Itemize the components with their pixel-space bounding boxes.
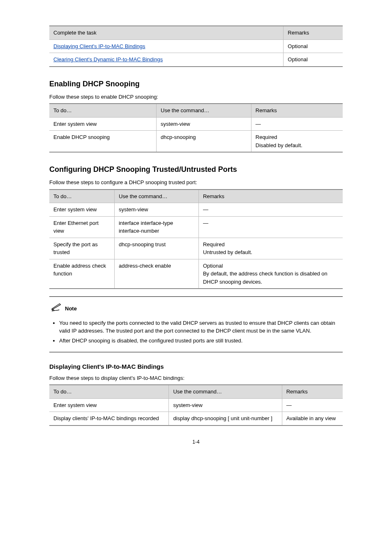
trusted-port-table: To do… Use the command… Remarks Enter sy… [49,189,343,289]
table-row: Enable address check functionaddress-che… [49,259,343,289]
task-remarks-table: Complete the task Remarks Displaying Cli… [49,25,343,67]
col-header: Use the command… [157,104,251,117]
col-header: To do… [49,104,157,117]
table-row: Enter system viewsystem-view— [49,117,343,131]
note-label: Note [65,305,77,313]
heading-trusted-untrusted: Configuring DHCP Snooping Trusted/Untrus… [49,164,343,175]
col-header: To do… [49,385,169,398]
table-row: Displaying Client's IP-to-MAC Bindings O… [49,39,343,53]
table-row: Enter system viewsystem-view— [49,398,343,412]
cell: Optional [284,39,343,53]
table-row: Enter system viewsystem-view— [49,203,343,217]
intro: Follow these steps to enable DHCP snoopi… [49,93,343,101]
table-row: Specify the port as trusteddhcp-snooping… [49,238,343,259]
table-row: Display clients' IP-to-MAC bindings reco… [49,412,343,426]
intro: Follow these steps to configure a DHCP s… [49,178,343,187]
enable-snooping-table: To do… Use the command… Remarks Enter sy… [49,103,343,153]
col-header: Remarks [282,385,343,398]
col-header: Complete the task [49,26,284,39]
note-item: After DHCP snooping is disabled, the con… [59,337,341,345]
col-header: Use the command… [169,385,282,398]
col-header: Remarks [251,104,343,117]
link-display-bindings[interactable]: Displaying Client's IP-to-MAC Bindings [53,43,145,49]
table-row: Clearing Client's Dynamic IP-to-MAC Bind… [49,53,343,67]
table-row: Enter Ethernet port viewinterface interf… [49,216,343,238]
cell: Optional [284,53,343,67]
note-box: Note You need to specify the ports conne… [49,296,343,352]
display-bindings-table: To do… Use the command… Remarks Enter sy… [49,384,343,426]
link-clear-bindings[interactable]: Clearing Client's Dynamic IP-to-MAC Bind… [53,56,163,62]
heading-enable-dhcp-snooping: Enabling DHCP Snooping [49,79,343,90]
table-row: Enable DHCP snoopingdhcp-snoopingRequire… [49,131,343,153]
note-item: You need to specify the ports connected … [59,319,341,335]
heading-display-bindings: Displaying Client's IP-to-MAC Bindings [49,362,343,372]
intro: Follow these steps to display client's I… [49,374,343,382]
note-icon [51,303,62,315]
col-header: To do… [49,190,114,203]
col-header: Remarks [198,190,343,203]
col-header: Use the command… [114,190,198,203]
page-number: 1-4 [49,438,343,446]
col-header: Remarks [284,26,343,39]
